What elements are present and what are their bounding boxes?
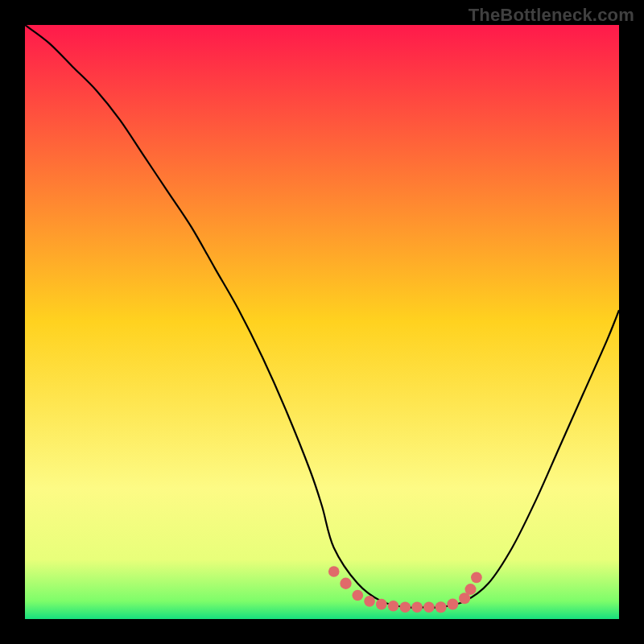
chart-background (25, 25, 619, 619)
chart-stage: TheBottleneck.com (0, 0, 644, 644)
dot (411, 601, 423, 613)
plot-area (25, 25, 619, 619)
dot (423, 601, 435, 613)
dot (447, 599, 458, 610)
dot (364, 596, 375, 607)
watermark-text: TheBottleneck.com (469, 5, 634, 26)
chart-svg (25, 25, 619, 619)
dot (399, 601, 411, 613)
dot (388, 601, 399, 612)
dot (328, 566, 340, 577)
dot (436, 601, 447, 613)
dot (352, 590, 363, 601)
dot (340, 578, 351, 589)
dot (376, 599, 387, 610)
dot (471, 572, 482, 584)
dot (464, 584, 476, 595)
